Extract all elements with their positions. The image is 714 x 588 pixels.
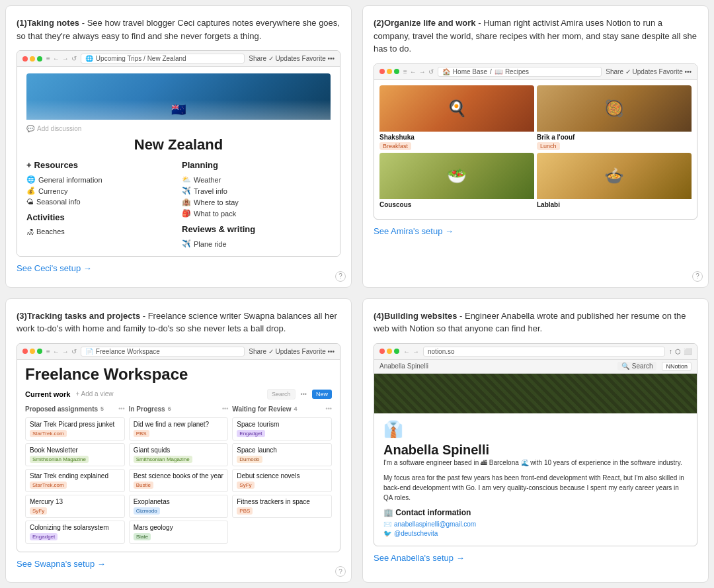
contact-twitter: 🐦@deutschevita <box>383 530 688 537</box>
recipe-shakshuka: 🍳 Shakshuka Breakfast <box>379 85 534 150</box>
q4-description: (4)Building websites - Engineer Anabella… <box>374 310 697 335</box>
dot-yellow-q4 <box>387 349 392 354</box>
browser-dots-q1 <box>22 56 42 62</box>
q3-description: (3)Tracking tasks and projects - Freelan… <box>17 310 340 335</box>
activities-header: Activities <box>26 212 175 222</box>
q4-number: (4) <box>374 311 384 321</box>
dot-yellow-q3 <box>30 349 35 354</box>
currency-item: 💰Currency <box>26 185 175 196</box>
seasonal-item: 🌤Seasonal info <box>26 196 175 207</box>
notion-cover-q1: 🇳🇿 <box>26 73 331 120</box>
nav-icons-q3: ≡←→↺ <box>46 348 77 355</box>
contact-email: ✉️anabellaspinelli@gmail.com <box>383 521 688 528</box>
see-anabella-setup-link[interactable]: See Anabella's setup → <box>374 553 697 563</box>
planning-header: Planning <box>182 160 331 170</box>
browser-dots-q3 <box>22 349 42 354</box>
browser-actions-q3: Share ✓ Updates Favorite ••• <box>249 348 335 355</box>
dot-red-q2 <box>379 69 385 74</box>
resources-col: +Resources 🌐General information 💰Currenc… <box>26 160 175 249</box>
add-view-label[interactable]: + Add a view <box>75 390 113 398</box>
browser-toolbar-q3: ≡←→↺ 📄Freelance Workspace Share ✓ Update… <box>17 344 340 360</box>
see-amira-setup-link[interactable]: See Amira's setup → <box>374 226 697 236</box>
contact-section-title: 🏢 Contact information <box>383 508 688 517</box>
notion-button-q4[interactable]: NNotion <box>662 362 692 371</box>
kanban-toolbar: Current work + Add a view Search ••• New <box>25 389 332 399</box>
weather-item: ⛅Weather <box>182 174 331 185</box>
avatar-area: 👔 <box>383 420 688 439</box>
brik-tag: Lunch <box>537 142 560 150</box>
nz-flag-icon: 🇳🇿 <box>171 103 186 117</box>
current-work-label: Current work <box>25 390 70 398</box>
see-ceci-setup-link[interactable]: See Ceci's setup → <box>17 263 340 273</box>
browser-window-q2: ≡←→↺ 🏠Home Base / 📖Recipes Share ✓ Updat… <box>374 63 697 220</box>
kanban-board: Proposed assignments 5 ••• Star Trek Pic… <box>25 403 332 546</box>
q1-description: (1)Taking notes - See how travel blogger… <box>17 17 340 42</box>
browser-toolbar-q4: ←→ notion.so ↑⬡⬜ <box>374 344 697 360</box>
shakshuka-name: Shakshuka <box>379 134 534 141</box>
add-discussion: 💬Add discussion <box>26 125 331 132</box>
q2-number: (2) <box>374 18 384 28</box>
recipe-grid: 🍳 Shakshuka Breakfast 🥘 Brik a l'oouf Lu… <box>379 85 692 208</box>
notion-columns-q1: +Resources 🌐General information 💰Currenc… <box>26 160 331 249</box>
kanban-card-science-books: Best science books of the year Bustle <box>129 469 229 492</box>
quadrant-organize-life: (2)Organize life and work - Human right … <box>362 5 709 288</box>
search-bar-q4[interactable]: 🔍Search <box>617 362 657 370</box>
dot-yellow-q2 <box>387 69 392 74</box>
dot-red-q3 <box>22 349 28 354</box>
q3-number: (3) <box>17 311 27 321</box>
quadrant-taking-notes: (1)Taking notes - See how travel blogger… <box>5 5 352 288</box>
resources-header: +Resources <box>26 160 175 170</box>
kanban-card-book-newsletter: Book Newsletter Smithsonian Magazine <box>25 443 125 466</box>
q1-number: (1) <box>17 18 27 28</box>
browser-dots-q4 <box>379 349 399 354</box>
recipe-couscous: 🥗 Couscous <box>379 153 534 208</box>
beaches-item: 🏖Beaches <box>26 226 175 237</box>
new-button[interactable]: New <box>312 390 332 399</box>
anabella-name: Anabella Spinelli <box>383 442 688 458</box>
kanban-card-debut-novels: Debut science novels SyFy <box>232 469 332 492</box>
plane-ride-item: ✈️Plane ride <box>182 238 331 249</box>
recipe-lablabi: 🍲 Lablabi <box>537 153 692 208</box>
kanban-card-fitness-trackers: Fitness trackers in space PBS <box>232 495 332 518</box>
kanban-card-startrek-ending: Star Trek ending explained StarTrek.com <box>25 469 125 492</box>
browser-toolbar-q2: ≡←→↺ 🏠Home Base / 📖Recipes Share ✓ Updat… <box>374 64 697 80</box>
general-info-item: 🌐General information <box>26 174 175 185</box>
anabella-bio-p1: I'm a software engineer based in 🏙 Barce… <box>383 458 688 468</box>
browser-url-q2: 🏠Home Base / 📖Recipes <box>438 67 602 77</box>
notion-secondary-toolbar: Anabella Spinelli 🔍Search NNotion <box>374 360 697 374</box>
dot-green-q3 <box>37 349 42 354</box>
recipes-content: 🍳 Shakshuka Breakfast 🥘 Brik a l'oouf Lu… <box>374 80 697 219</box>
lablabi-name: Lablabi <box>537 201 692 208</box>
browser-actions-q2: Share ✓ Updates Favorite ••• <box>606 68 692 75</box>
see-swapna-setup-link[interactable]: See Swapna's setup → <box>17 559 340 569</box>
browser-url-q1: 🌐Upcoming Trips / New Zealand <box>81 54 245 63</box>
browser-window-q4: ←→ notion.so ↑⬡⬜ Anabella Spinelli 🔍Sear… <box>374 343 697 546</box>
q1-heading: Taking notes <box>27 18 79 28</box>
browser-toolbar-q1: ≡←→↺ 🌐Upcoming Trips / New Zealand Share… <box>17 51 340 67</box>
browser-window-q3: ≡←→↺ 📄Freelance Workspace Share ✓ Update… <box>17 343 340 552</box>
kanban-card-startrek-picard: Star Trek Picard press junket StarTrek.c… <box>25 417 125 441</box>
notion-page-q4: 👔 Anabella Spinelli I'm a software engin… <box>374 413 697 546</box>
search-box[interactable]: Search <box>267 389 296 399</box>
kanban-card-new-planet: Did we find a new planet? PBS <box>129 417 229 441</box>
kanban-card-mercury: Mercury 13 SyFy <box>25 495 125 518</box>
q2-description: (2)Organize life and work - Human right … <box>374 17 697 56</box>
anabella-bio-p2: My focus area for the past few years has… <box>383 473 688 503</box>
where-to-stay-item: 🏨Where to stay <box>182 196 331 208</box>
recipe-brik: 🥘 Brik a l'oouf Lunch <box>537 85 692 150</box>
q3-heading: Tracking tasks and projects <box>27 311 140 321</box>
browser-actions-q4: ↑⬡⬜ <box>669 348 692 355</box>
couscous-image: 🥗 <box>379 153 534 199</box>
browser-url-q3: 📄Freelance Workspace <box>81 347 245 357</box>
user-label: Anabella Spinelli <box>379 362 428 370</box>
kanban-card-space-launch: Space launch Dumodo <box>232 443 332 466</box>
kanban-card-colonizing: Colonizing the solarsystem Engadget <box>25 521 125 544</box>
dot-green-q2 <box>394 69 399 74</box>
shakshuka-tag: Breakfast <box>379 142 411 150</box>
nav-icons-q4: ←→ <box>403 348 419 355</box>
anabella-avatar-icon: 👔 <box>383 420 403 439</box>
nav-icons: ≡←→↺ <box>46 55 77 62</box>
quadrant-building-websites: (4)Building websites - Engineer Anabella… <box>362 298 709 583</box>
dot-green <box>37 56 42 62</box>
browser-actions-q1: Share ✓ Updates Favorite ••• <box>249 55 335 62</box>
